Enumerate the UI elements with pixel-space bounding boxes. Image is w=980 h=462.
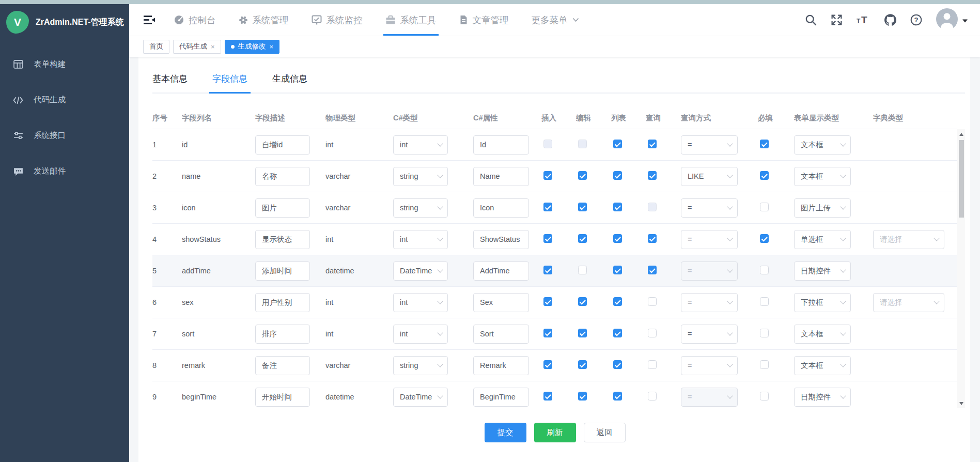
edit-checkbox[interactable] — [578, 140, 587, 148]
default-button[interactable]: 返回 — [584, 423, 626, 442]
column-desc-input[interactable] — [255, 325, 310, 344]
insert-checkbox[interactable] — [543, 392, 552, 401]
app-logo[interactable]: V ZrAdmin.NET-管理系统 — [0, 4, 129, 38]
html-type-select[interactable]: 下拉框 — [794, 293, 851, 312]
fullscreen-icon[interactable] — [831, 14, 843, 26]
html-type-select[interactable]: 文本框 — [794, 135, 851, 155]
sidebar-item-code-gen[interactable]: 代码生成 — [0, 82, 129, 118]
cs-property-input[interactable] — [473, 293, 529, 312]
query-checkbox[interactable] — [648, 234, 657, 243]
insert-checkbox[interactable] — [543, 140, 552, 148]
edit-checkbox[interactable] — [578, 297, 587, 306]
nav-menu-console[interactable]: 控制台 — [174, 4, 216, 36]
insert-checkbox[interactable] — [543, 203, 552, 211]
cs-type-select[interactable]: int — [393, 293, 448, 312]
edit-checkbox[interactable] — [578, 329, 587, 337]
insert-checkbox[interactable] — [543, 171, 552, 180]
query-mode-select[interactable]: = — [681, 198, 738, 218]
edit-checkbox[interactable] — [578, 234, 587, 243]
query-mode-select[interactable]: = — [681, 325, 738, 344]
query-checkbox[interactable] — [648, 171, 657, 180]
cs-property-input[interactable] — [473, 356, 529, 375]
nav-menu-more-menu[interactable]: 更多菜单 — [532, 4, 579, 36]
required-checkbox[interactable] — [760, 392, 769, 401]
query-mode-select[interactable]: = — [681, 135, 738, 155]
insert-checkbox[interactable] — [543, 297, 552, 306]
query-checkbox[interactable] — [648, 266, 657, 274]
nav-menu-system-tools[interactable]: 系统工具 — [385, 4, 437, 36]
scroll-down-button[interactable] — [957, 399, 965, 407]
cs-type-select[interactable]: string — [393, 356, 448, 375]
list-checkbox[interactable] — [613, 203, 622, 211]
nav-menu-system-manage[interactable]: 系统管理 — [239, 4, 289, 36]
insert-checkbox[interactable] — [543, 266, 552, 274]
close-icon[interactable]: × — [211, 43, 215, 50]
query-checkbox[interactable] — [648, 140, 657, 148]
list-checkbox[interactable] — [613, 266, 622, 274]
list-checkbox[interactable] — [613, 234, 622, 243]
cs-type-select[interactable]: string — [393, 167, 448, 186]
required-checkbox[interactable] — [760, 266, 769, 274]
cs-type-select[interactable]: int — [393, 135, 448, 155]
query-mode-select[interactable]: = — [681, 261, 738, 281]
edit-checkbox[interactable] — [578, 392, 587, 401]
cs-type-select[interactable]: DateTime — [393, 261, 448, 281]
list-checkbox[interactable] — [613, 329, 622, 337]
collapse-menu-icon[interactable] — [144, 15, 155, 25]
edit-checkbox[interactable] — [578, 203, 587, 211]
edit-checkbox[interactable] — [578, 360, 587, 369]
required-checkbox[interactable] — [760, 360, 769, 369]
form-tab-1[interactable]: 字段信息 — [212, 73, 247, 85]
query-mode-select[interactable]: LIKE — [681, 167, 738, 186]
scroll-up-button[interactable] — [957, 130, 965, 138]
html-type-select[interactable]: 图片上传 — [794, 198, 851, 218]
required-checkbox[interactable] — [760, 234, 769, 243]
cs-property-input[interactable] — [473, 388, 529, 407]
cs-property-input[interactable] — [473, 135, 529, 155]
html-type-select[interactable]: 日期控件 — [794, 261, 851, 281]
cs-property-input[interactable] — [473, 198, 529, 218]
dict-type-select[interactable]: 请选择 — [873, 230, 944, 249]
insert-checkbox[interactable] — [543, 329, 552, 337]
cs-property-input[interactable] — [473, 325, 529, 344]
list-checkbox[interactable] — [613, 392, 622, 401]
html-type-select[interactable]: 日期控件 — [794, 388, 851, 407]
required-checkbox[interactable] — [760, 297, 769, 306]
query-checkbox[interactable] — [648, 360, 657, 369]
column-desc-input[interactable] — [255, 261, 310, 281]
list-checkbox[interactable] — [613, 171, 622, 180]
query-checkbox[interactable] — [648, 297, 657, 306]
html-type-select[interactable]: 文本框 — [794, 167, 851, 186]
nav-menu-system-monitor[interactable]: 系统监控 — [312, 4, 363, 36]
tag-chip-2[interactable]: 生成修改 × — [225, 40, 280, 54]
html-type-select[interactable]: 文本框 — [794, 325, 851, 344]
query-mode-select[interactable]: = — [681, 293, 738, 312]
cs-property-input[interactable] — [473, 261, 529, 281]
cs-property-input[interactable] — [473, 230, 529, 249]
close-icon[interactable]: × — [270, 43, 274, 50]
sidebar-item-send-mail[interactable]: 发送邮件 — [0, 153, 129, 189]
query-checkbox[interactable] — [648, 203, 657, 211]
required-checkbox[interactable] — [760, 329, 769, 337]
tag-chip-0[interactable]: 首页 — [143, 40, 169, 54]
cs-type-select[interactable]: DateTime — [393, 388, 448, 407]
form-tab-0[interactable]: 基本信息 — [152, 73, 188, 85]
query-mode-select[interactable]: = — [681, 230, 738, 249]
column-desc-input[interactable] — [255, 167, 310, 186]
column-desc-input[interactable] — [255, 230, 310, 249]
html-type-select[interactable]: 单选框 — [794, 230, 851, 249]
question-icon[interactable]: ? — [910, 14, 922, 26]
font-size-icon[interactable]: TT — [857, 14, 870, 25]
html-type-select[interactable]: 文本框 — [794, 356, 851, 375]
cs-property-input[interactable] — [473, 167, 529, 186]
table-scrollbar[interactable] — [957, 129, 965, 408]
list-checkbox[interactable] — [613, 297, 622, 306]
query-checkbox[interactable] — [648, 392, 657, 401]
tag-chip-1[interactable]: 代码生成 × — [173, 40, 221, 54]
github-icon[interactable] — [884, 14, 896, 26]
cs-type-select[interactable]: int — [393, 325, 448, 344]
required-checkbox[interactable] — [760, 140, 769, 148]
sidebar-item-system-api[interactable]: 系统接口 — [0, 118, 129, 153]
dict-type-select[interactable]: 请选择 — [873, 293, 944, 312]
query-checkbox[interactable] — [648, 329, 657, 337]
